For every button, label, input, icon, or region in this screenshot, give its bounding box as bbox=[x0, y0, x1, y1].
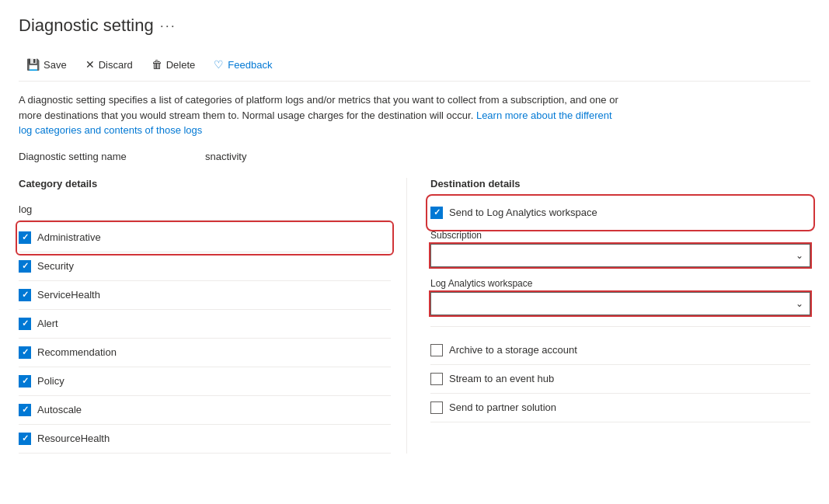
destination-divider bbox=[430, 326, 810, 327]
checkbox-alert[interactable] bbox=[19, 318, 31, 330]
feedback-button[interactable]: ♡ Feedback bbox=[206, 54, 280, 75]
checkbox-administrative[interactable] bbox=[19, 231, 31, 244]
destination-details-title: Destination details bbox=[430, 178, 810, 189]
subscription-field-group: Subscription ⌄ bbox=[430, 230, 810, 267]
checkbox-servicehealth[interactable] bbox=[19, 289, 31, 301]
subscription-label: Subscription bbox=[430, 230, 810, 241]
checkbox-policy[interactable] bbox=[19, 375, 31, 388]
left-panel: Category details log Administrative Secu… bbox=[19, 178, 407, 454]
category-label-autoscale: Autoscale bbox=[37, 404, 82, 415]
delete-label: Delete bbox=[166, 59, 196, 71]
log-header: log bbox=[19, 199, 391, 221]
save-button[interactable]: 💾 Save bbox=[19, 54, 75, 75]
category-row-administrative: Administrative bbox=[19, 224, 391, 252]
checkbox-stream-event-hub[interactable] bbox=[430, 373, 443, 385]
log-analytics-workspace-chevron-icon: ⌄ bbox=[796, 298, 803, 309]
category-label-security: Security bbox=[37, 260, 74, 272]
archive-storage-label: Archive to a storage account bbox=[449, 344, 577, 356]
category-row-recommendation: Recommendation bbox=[19, 339, 391, 367]
send-partner-solution-label: Send to partner solution bbox=[449, 401, 556, 413]
checkbox-security[interactable] bbox=[19, 260, 31, 273]
send-log-analytics-label: Send to Log Analytics workspace bbox=[449, 207, 597, 218]
main-content: Category details log Administrative Secu… bbox=[19, 178, 810, 454]
discard-icon: ✕ bbox=[85, 58, 95, 71]
category-label-alert: Alert bbox=[37, 318, 58, 329]
discard-button[interactable]: ✕ Discard bbox=[78, 54, 141, 75]
stream-event-hub-label: Stream to an event hub bbox=[449, 373, 554, 384]
category-label-recommendation: Recommendation bbox=[37, 346, 117, 358]
checkbox-send-partner-solution[interactable] bbox=[430, 401, 443, 414]
toolbar: 💾 Save ✕ Discard 🗑 Delete ♡ Feedback bbox=[19, 48, 810, 82]
log-analytics-workspace-field-group: Log Analytics workspace ⌄ bbox=[430, 278, 810, 315]
category-label-administrative: Administrative bbox=[37, 231, 101, 243]
category-label-servicehealth: ServiceHealth bbox=[37, 289, 100, 301]
category-row-policy: Policy bbox=[19, 367, 391, 396]
category-row-alert: Alert bbox=[19, 310, 391, 339]
category-row-autoscale: Autoscale bbox=[19, 396, 391, 425]
checkbox-send-log-analytics[interactable] bbox=[430, 207, 443, 219]
right-panel: Destination details Send to Log Analytic… bbox=[407, 178, 810, 454]
checkbox-archive-storage[interactable] bbox=[430, 344, 443, 356]
category-details-title: Category details bbox=[19, 178, 391, 189]
category-label-resourcehealth: ResourceHealth bbox=[37, 433, 110, 444]
feedback-icon: ♡ bbox=[214, 58, 224, 71]
delete-button[interactable]: 🗑 Delete bbox=[144, 54, 204, 75]
subscription-dropdown[interactable]: ⌄ bbox=[430, 244, 810, 267]
save-label: Save bbox=[44, 59, 67, 71]
setting-name-value: snactivity bbox=[205, 151, 246, 162]
log-analytics-workspace-dropdown[interactable]: ⌄ bbox=[430, 292, 810, 315]
discard-label: Discard bbox=[99, 59, 133, 71]
checkbox-autoscale[interactable] bbox=[19, 404, 31, 416]
send-to-log-analytics-row: Send to Log Analytics workspace bbox=[430, 199, 810, 227]
category-label-policy: Policy bbox=[37, 375, 64, 387]
page-title: Diagnostic setting ··· bbox=[19, 16, 810, 36]
checkbox-recommendation[interactable] bbox=[19, 346, 31, 359]
checkbox-resourcehealth[interactable] bbox=[19, 433, 31, 445]
delete-icon: 🗑 bbox=[152, 58, 162, 71]
description-text: A diagnostic setting specifies a list of… bbox=[19, 92, 625, 138]
setting-name-row: Diagnostic setting name snactivity bbox=[19, 151, 810, 162]
category-row-resourcehealth: ResourceHealth bbox=[19, 425, 391, 454]
stream-event-hub-row: Stream to an event hub bbox=[430, 365, 810, 394]
send-partner-solution-row: Send to partner solution bbox=[430, 394, 810, 422]
category-row-servicehealth: ServiceHealth bbox=[19, 281, 391, 310]
feedback-label: Feedback bbox=[228, 59, 272, 71]
title-ellipsis: ··· bbox=[160, 18, 176, 34]
save-icon: 💾 bbox=[26, 58, 40, 71]
category-row-security: Security bbox=[19, 252, 391, 281]
subscription-chevron-icon: ⌄ bbox=[796, 250, 803, 261]
log-analytics-workspace-label: Log Analytics workspace bbox=[430, 278, 810, 289]
setting-name-label: Diagnostic setting name bbox=[19, 151, 143, 162]
archive-storage-row: Archive to a storage account bbox=[430, 336, 810, 365]
title-text: Diagnostic setting bbox=[19, 16, 154, 36]
